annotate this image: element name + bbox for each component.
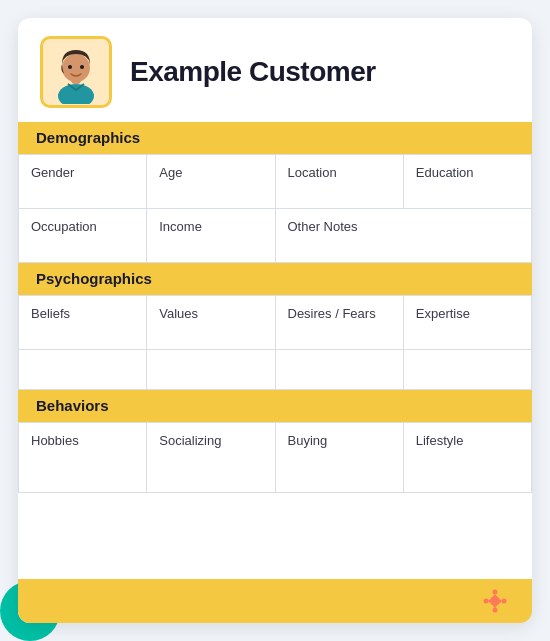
page-title: Example Customer (130, 56, 376, 88)
main-card: Example Customer Demographics Gender Age… (18, 18, 532, 623)
cell-income: Income (147, 209, 275, 263)
svg-point-3 (62, 54, 90, 82)
svg-rect-14 (495, 600, 502, 603)
cell-values: Values (147, 296, 275, 350)
cell-other-notes: Other Notes (275, 209, 532, 263)
demographics-table: Gender Age Location Education Occupation… (18, 154, 532, 263)
hubspot-icon (480, 586, 510, 616)
section-demographics: Demographics Gender Age Location Educati… (18, 122, 532, 263)
cell-expertise: Expertise (403, 296, 531, 350)
svg-point-4 (68, 65, 72, 69)
table-row-empty (19, 350, 532, 390)
svg-rect-13 (489, 600, 496, 603)
cell-occupation: Occupation (19, 209, 147, 263)
bottom-bar (18, 579, 532, 623)
table-row: Gender Age Location Education (19, 155, 532, 209)
section-psychographics: Psychographics Beliefs Values Desires / … (18, 263, 532, 390)
cell-desires-fears: Desires / Fears (275, 296, 403, 350)
section-header-demographics: Demographics (18, 122, 532, 154)
section-header-psychographics: Psychographics (18, 263, 532, 295)
svg-point-5 (80, 65, 84, 69)
cell-location: Location (275, 155, 403, 209)
section-behaviors: Behaviors Hobbies Socializing Buying Lif… (18, 390, 532, 493)
cell-socializing: Socializing (147, 423, 275, 493)
svg-point-10 (502, 599, 507, 604)
section-label-demographics: Demographics (36, 129, 140, 146)
cell-values-empty (147, 350, 275, 390)
section-label-psychographics: Psychographics (36, 270, 152, 287)
cell-hobbies: Hobbies (19, 423, 147, 493)
table-row: Occupation Income Other Notes (19, 209, 532, 263)
svg-point-8 (493, 608, 498, 613)
cell-beliefs: Beliefs (19, 296, 147, 350)
table-row: Hobbies Socializing Buying Lifestyle (19, 423, 532, 493)
cell-age: Age (147, 155, 275, 209)
svg-point-7 (493, 590, 498, 595)
cell-buying: Buying (275, 423, 403, 493)
avatar (40, 36, 112, 108)
table-row: Beliefs Values Desires / Fears Expertise (19, 296, 532, 350)
cell-desires-empty (275, 350, 403, 390)
cell-gender: Gender (19, 155, 147, 209)
cell-lifestyle: Lifestyle (403, 423, 531, 493)
cell-expertise-empty (403, 350, 531, 390)
section-header-behaviors: Behaviors (18, 390, 532, 422)
behaviors-table: Hobbies Socializing Buying Lifestyle (18, 422, 532, 493)
svg-point-9 (484, 599, 489, 604)
cell-beliefs-empty (19, 350, 147, 390)
section-label-behaviors: Behaviors (36, 397, 109, 414)
card-header: Example Customer (18, 18, 532, 122)
page-wrapper: Example Customer Demographics Gender Age… (0, 0, 550, 641)
psychographics-table: Beliefs Values Desires / Fears Expertise (18, 295, 532, 390)
cell-education: Education (403, 155, 531, 209)
